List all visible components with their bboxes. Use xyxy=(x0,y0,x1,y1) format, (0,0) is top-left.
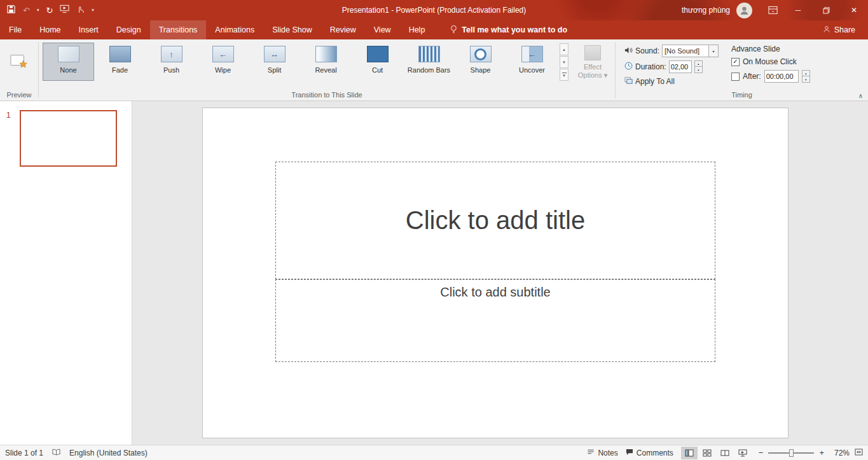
normal-view-icon[interactable] xyxy=(681,447,698,459)
tab-transitions[interactable]: Transitions xyxy=(150,20,207,39)
signed-in-user[interactable]: thương phùng xyxy=(682,6,730,15)
title-placeholder[interactable]: Click to add title xyxy=(275,162,715,279)
comments-button[interactable]: Comments xyxy=(626,449,673,457)
reading-view-icon[interactable] xyxy=(717,447,733,459)
qat-customize-icon[interactable]: ▾ xyxy=(92,8,94,13)
redo-icon[interactable]: ↻ xyxy=(46,6,53,15)
tell-me-box[interactable]: Tell me what you want to do xyxy=(450,20,567,39)
tab-animations[interactable]: Animations xyxy=(206,20,263,39)
advance-slide-label: Advance Slide xyxy=(731,45,810,53)
collapse-ribbon-icon[interactable]: ∧ xyxy=(858,92,863,99)
transition-label: Fade xyxy=(95,66,145,74)
main-area: 1 Click to add title Click to add subtit… xyxy=(0,101,868,445)
transition-uncover[interactable]: ← Uncover xyxy=(506,43,558,81)
duration-spin-up-icon[interactable]: ▴ xyxy=(694,60,703,67)
transition-split[interactable]: ↔ Split xyxy=(249,43,300,81)
transition-reveal[interactable]: Reveal xyxy=(300,43,352,81)
effect-options-button[interactable]: Effect Options ▾ xyxy=(574,43,612,81)
start-from-beginning-icon[interactable] xyxy=(60,4,69,16)
transition-label: Shape xyxy=(455,66,506,74)
preview-icon xyxy=(10,52,29,71)
quick-access-toolbar: ↶ ▾ ↻ ▾ xyxy=(0,4,94,17)
transition-label: Split xyxy=(249,66,300,74)
save-icon[interactable] xyxy=(6,4,16,17)
transition-cut[interactable]: Cut xyxy=(352,43,403,81)
transition-label: None xyxy=(43,66,93,74)
proofing-icon[interactable] xyxy=(52,449,60,457)
duration-spin-down-icon[interactable]: ▾ xyxy=(694,67,703,73)
transition-wipe[interactable]: ← Wipe xyxy=(197,43,249,81)
language-status[interactable]: English (United States) xyxy=(69,449,148,457)
share-button[interactable]: Share xyxy=(823,20,868,39)
preview-button[interactable] xyxy=(4,42,34,81)
zoom-slider-thumb[interactable] xyxy=(789,449,794,457)
tab-design[interactable]: Design xyxy=(107,20,150,39)
slide-sorter-view-icon[interactable] xyxy=(699,447,715,459)
apply-to-all-button[interactable]: Apply To All xyxy=(624,76,725,87)
slide[interactable]: Click to add title Click to add subtitle xyxy=(202,108,789,438)
transition-random-bars[interactable]: Random Bars xyxy=(403,43,455,81)
after-spin-down-icon[interactable]: ▾ xyxy=(802,76,810,83)
tab-insert[interactable]: Insert xyxy=(70,20,107,39)
ribbon-tab-bar: File Home Insert Design Transitions Anim… xyxy=(0,20,868,39)
on-mouse-click-label: On Mouse Click xyxy=(743,57,797,66)
undo-dropdown-icon[interactable]: ▾ xyxy=(37,8,39,13)
user-avatar[interactable] xyxy=(736,3,752,18)
notes-button[interactable]: Notes xyxy=(587,449,617,457)
after-checkbox[interactable] xyxy=(731,73,740,81)
fit-slide-to-window-icon[interactable] xyxy=(855,449,863,457)
tab-help[interactable]: Help xyxy=(400,20,434,39)
on-mouse-click-checkbox[interactable]: ✓ xyxy=(731,58,740,66)
transition-reveal-icon xyxy=(315,46,337,62)
transition-fade[interactable]: Fade xyxy=(94,43,146,81)
minimize-button[interactable]: ─ xyxy=(784,0,812,20)
preview-group: Preview xyxy=(0,39,38,101)
effect-options-label: Effect Options xyxy=(578,63,602,79)
timing-group: Sound: [No Sound] ▾ Duration: ▴ ▾ xyxy=(616,39,868,101)
transition-label: Random Bars xyxy=(404,66,454,74)
transition-cut-icon xyxy=(367,46,389,62)
transition-none[interactable]: None xyxy=(43,43,94,81)
subtitle-placeholder[interactable]: Click to add subtitle xyxy=(275,279,715,362)
zoom-out-icon[interactable]: − xyxy=(759,448,764,457)
slideshow-view-icon[interactable] xyxy=(734,447,751,459)
zoom-in-icon[interactable]: + xyxy=(819,448,824,457)
gallery-more-icon[interactable]: ▼ xyxy=(560,69,568,81)
title-bar: ↶ ▾ ↻ ▾ Presentation1 - PowerPoint (Prod… xyxy=(0,0,868,20)
sound-combobox[interactable]: [No Sound] ▾ xyxy=(662,45,719,57)
after-time-input[interactable] xyxy=(764,70,799,83)
transition-wipe-icon: ← xyxy=(212,46,234,62)
status-bar: Slide 1 of 1 English (United States) Not… xyxy=(0,445,868,460)
ribbon-display-options-icon[interactable] xyxy=(761,0,784,20)
duration-input[interactable] xyxy=(669,60,692,73)
transition-shape[interactable]: Shape xyxy=(455,43,506,81)
undo-icon[interactable]: ↶ xyxy=(23,6,30,15)
transition-random-bars-icon xyxy=(418,46,440,62)
tab-review[interactable]: Review xyxy=(321,20,365,39)
slide-thumbnail[interactable] xyxy=(20,110,117,167)
share-person-icon xyxy=(823,25,830,35)
tab-slideshow[interactable]: Slide Show xyxy=(263,20,321,39)
after-spin-up-icon[interactable]: ▴ xyxy=(802,70,810,76)
zoom-slider[interactable] xyxy=(768,452,814,454)
after-option[interactable]: After: ▴ ▾ xyxy=(731,70,810,83)
sound-dropdown-icon[interactable]: ▾ xyxy=(709,45,719,57)
close-button[interactable]: ✕ xyxy=(840,0,868,20)
tab-home[interactable]: Home xyxy=(31,20,69,39)
restore-button[interactable] xyxy=(812,0,840,20)
editing-canvas: Click to add title Click to add subtitle xyxy=(132,101,868,445)
transition-to-this-slide-group: None Fade ↑ Push ← Wipe ↔ Split Reveal xyxy=(39,39,615,101)
on-mouse-click-option[interactable]: ✓ On Mouse Click xyxy=(731,57,810,66)
transition-fade-icon xyxy=(109,46,131,62)
transition-push[interactable]: ↑ Push xyxy=(146,43,197,81)
slide-counter[interactable]: Slide 1 of 1 xyxy=(5,449,43,457)
gallery-scroll-up-icon[interactable]: ▲ xyxy=(560,43,568,55)
zoom-percentage[interactable]: 72% xyxy=(829,449,850,457)
touch-mouse-mode-icon[interactable] xyxy=(76,4,85,16)
gallery-scroll-down-icon[interactable]: ▼ xyxy=(560,56,568,68)
sound-value[interactable]: [No Sound] xyxy=(662,45,709,57)
tab-view[interactable]: View xyxy=(365,20,400,39)
view-switcher xyxy=(681,447,751,459)
preview-group-label: Preview xyxy=(0,91,38,99)
tab-file[interactable]: File xyxy=(0,20,31,39)
